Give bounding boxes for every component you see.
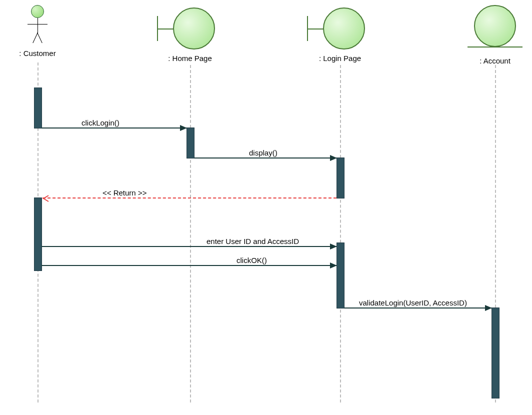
message-validate-login: validateLogin(UserID, AccessID)	[344, 308, 492, 308]
entity-icon	[470, 5, 520, 52]
lifeline-login-page: : Login Page	[310, 5, 370, 62]
sequence-diagram: : Customer : Home Page : Login Page : Ac…	[0, 0, 532, 415]
message-click-login: clickLogin()	[42, 128, 186, 128]
message-display: display()	[194, 158, 336, 158]
message-enter-userid: enter User ID and AccessID	[42, 246, 336, 247]
activation-login-page-1	[336, 158, 344, 198]
lifeline-customer: : Customer	[15, 5, 60, 58]
lifeline-account: : Account	[465, 5, 525, 65]
message-return: << Return >>	[42, 198, 336, 198]
lifeline-dash-login-page	[340, 65, 341, 402]
boundary-icon	[315, 5, 365, 50]
message-label: clickOK()	[236, 256, 267, 264]
activation-customer-2	[34, 198, 42, 271]
lifeline-label-login-page: : Login Page	[310, 54, 370, 62]
lifeline-label-customer: : Customer	[15, 49, 60, 58]
message-label: validateLogin(UserID, AccessID)	[359, 298, 467, 307]
message-click-ok: clickOK()	[42, 265, 336, 266]
lifeline-home-page: : Home Page	[160, 5, 220, 62]
activation-customer-1	[34, 88, 42, 128]
actor-icon	[25, 5, 50, 45]
arrow-right-icon	[330, 155, 337, 161]
activation-login-page-2	[336, 242, 344, 308]
arrow-left-open-icon	[42, 194, 50, 202]
boundary-icon	[165, 5, 215, 50]
arrow-right-icon	[485, 305, 492, 311]
arrow-right-icon	[330, 262, 337, 268]
lifeline-label-home-page: : Home Page	[160, 54, 220, 62]
message-label: << Return >>	[102, 188, 146, 197]
message-label: enter User ID and AccessID	[206, 237, 299, 246]
activation-home-page-1	[186, 128, 194, 158]
arrow-right-icon	[180, 125, 187, 131]
activation-account-1	[492, 308, 500, 398]
lifeline-label-account: : Account	[465, 56, 525, 65]
arrow-right-icon	[330, 244, 337, 250]
message-label: display()	[249, 148, 278, 157]
lifeline-dash-home-page	[190, 65, 191, 402]
message-label: clickLogin()	[82, 118, 120, 127]
